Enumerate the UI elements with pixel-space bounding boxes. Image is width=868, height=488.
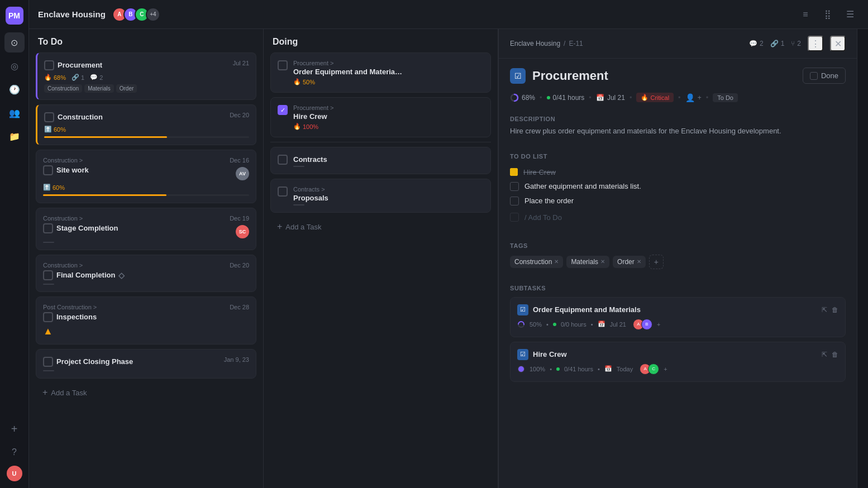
doing-column: Doing Procurement > Order Equipment and … [264,29,498,488]
subtask-hire-crew[interactable]: ☑ Hire Crew ⇱ 🗑 100% • 0/41 hours [510,342,846,382]
subtask-add-assignee-order[interactable]: + [657,321,660,328]
done-button[interactable]: Done [803,68,846,84]
breadcrumb-project[interactable]: Enclave Housing [510,40,560,47]
fire-badge-site-work: ⬆️ 60% [43,184,65,191]
sidebar-icon-help[interactable]: ? [4,442,25,462]
todo-check-1[interactable] [510,168,518,176]
todo-add-placeholder[interactable]: / Add To Do [524,211,562,224]
task-card-contracts[interactable]: Contracts [270,147,491,174]
section-divider-1 [270,142,491,142]
task-card-final-completion[interactable]: Construction > Final Completion ◇ Dec 20 [36,255,256,292]
task-tags-procurement: Construction Materials Order [44,84,249,93]
subtask-trash-order[interactable]: 🗑 [832,306,838,314]
task-checkbox-construction[interactable] [44,112,54,122]
doing-parent-proposals: Contracts > [293,186,484,193]
sidebar-icon-add[interactable]: + [4,419,25,439]
detail-breadcrumb: Enclave Housing / E-11 [510,40,583,47]
task-checkbox-site-work[interactable] [43,165,53,175]
task-checkbox-inspections[interactable] [43,312,53,322]
task-card-project-closing[interactable]: Project Closing Phase Jan 9, 23 [36,349,256,379]
task-title-stage-completion: Stage Completion [43,223,118,233]
progress-bar-site-work [43,194,249,196]
user-avatar[interactable]: U [7,466,22,481]
meta-assignee: 👤 + [685,93,702,102]
doing-task-info-order: Procurement > Order Equipment and Materi… [293,60,484,85]
detail-title-row: ☑ Procurement Done [499,59,857,88]
task-card-procurement[interactable]: Procurement Jul 21 🔥 68% 🔗 1 💬 2 Constru… [36,52,256,100]
todo-check-2[interactable] [510,182,519,191]
todo-item-3[interactable]: Place the order [510,194,846,208]
doing-parent-hire: Procurement > [293,104,484,111]
task-checkbox-project-closing[interactable] [43,357,53,367]
tag-remove-order[interactable]: ✕ [637,259,641,265]
subtask-link-order[interactable]: ⇱ [822,306,827,314]
task-checkbox-final-completion[interactable] [43,270,53,280]
task-checkbox-stage-completion[interactable] [43,223,53,233]
detail-branch-icon-group[interactable]: ⑂ 2 [791,40,801,47]
list-view-btn[interactable]: ≡ [797,6,814,23]
checkbox-contracts[interactable] [278,155,288,165]
subtask-dot-hire [556,367,560,371]
todo-item-1[interactable]: Hire Crew [510,165,846,179]
status-dot [547,96,550,99]
task-card-construction[interactable]: Construction Dec 20 ⬆️ 60% [36,104,256,145]
task-card-inspections[interactable]: Post Construction > Inspections Dec 28 ▲ [36,296,256,345]
sidebar-icon-home[interactable]: ⊙ [4,32,25,52]
task-card-hire-crew[interactable]: ✓ Procurement > Hire Crew 🔥 100% [270,97,491,137]
task-card-site-work[interactable]: Construction > Site work Dec 16 AV ⬆ [36,150,256,203]
doing-task-info-contracts: Contracts [293,154,484,167]
detail-more-btn[interactable]: ⋮ [808,36,823,51]
dash-proposals [293,204,304,205]
meta-progress-value: 68% [522,94,535,102]
sidebar-icon-activity[interactable]: ◎ [4,56,25,76]
add-task-todo[interactable]: + Add a Task [36,383,256,402]
detail-comments-icon-group[interactable]: 💬 2 [749,40,764,47]
todo-item-add[interactable]: / Add To Do [510,208,846,227]
checkbox-hire-crew[interactable]: ✓ [278,105,288,115]
checkbox-proposals[interactable] [278,186,288,197]
meta-sep-1: • [540,93,542,102]
sidebar-icon-folder[interactable]: 📁 [4,126,25,146]
todo-check-add [510,213,519,222]
detail-links-icon-group[interactable]: 🔗 1 [770,40,785,47]
subtask-link-hire[interactable]: ⇱ [822,351,827,358]
detail-panel: Enclave Housing / E-11 💬 2 🔗 1 ⑂ [498,29,857,488]
detail-close-btn[interactable]: ✕ [830,36,846,51]
filter-btn[interactable]: ☰ [841,6,859,23]
task-card-stage-completion[interactable]: Construction > Stage Completion Dec 19 S… [36,208,256,250]
calendar-icon-hire: 📅 [604,365,612,372]
task-card-order-equipment[interactable]: Procurement > Order Equipment and Materi… [270,52,491,93]
task-date-site-work: Dec 16 [230,157,249,164]
subtask-icon-order: ☑ [517,304,528,315]
subtask-trash-hire[interactable]: 🗑 [832,351,838,358]
app-logo[interactable]: PM [6,7,23,25]
fire-badge-hire: 🔥 100% [293,123,484,130]
subtask-order-equipment[interactable]: ☑ Order Equipment and Materials ⇱ 🗑 50% … [510,297,846,337]
avatar-count[interactable]: +4 [146,7,160,22]
todo-check-3[interactable] [510,197,519,205]
task-date-inspections: Dec 28 [230,304,249,310]
add-tag-button[interactable]: + [649,255,664,269]
add-task-doing[interactable]: + Add a Task [270,217,491,236]
task-checkbox-procurement[interactable] [44,60,54,70]
meta-sep-4: • [678,93,681,102]
task-avatar-site-work: AV [236,167,249,180]
detail-tag-order: Order ✕ [613,256,646,268]
progress-dash-stage-completion [43,242,54,243]
chart-view-btn[interactable]: ⣿ [819,6,837,23]
subtask-add-assignee-hire[interactable]: + [664,366,667,372]
subtask-avatars-order: A B [633,319,652,330]
fire-badge-order: 🔥 50% [293,78,484,85]
doing-column-scroll: Procurement > Order Equipment and Materi… [264,52,498,488]
checkbox-order-equipment[interactable] [278,60,288,70]
link-icon: 🔗 [770,40,779,47]
header-tools: ≡ ⣿ ☰ [797,6,859,23]
todo-item-2[interactable]: Gather equipment and materials list. [510,179,846,194]
add-assignee-icon[interactable]: + [698,94,702,102]
tag-remove-construction[interactable]: ✕ [554,259,559,265]
sidebar-icon-history[interactable]: 🕐 [4,79,25,99]
sidebar-icon-people[interactable]: 👥 [4,103,25,123]
tag-remove-materials[interactable]: ✕ [600,259,605,265]
detail-header: Enclave Housing / E-11 💬 2 🔗 1 ⑂ [499,29,857,59]
task-card-proposals[interactable]: Contracts > Proposals [270,179,491,213]
